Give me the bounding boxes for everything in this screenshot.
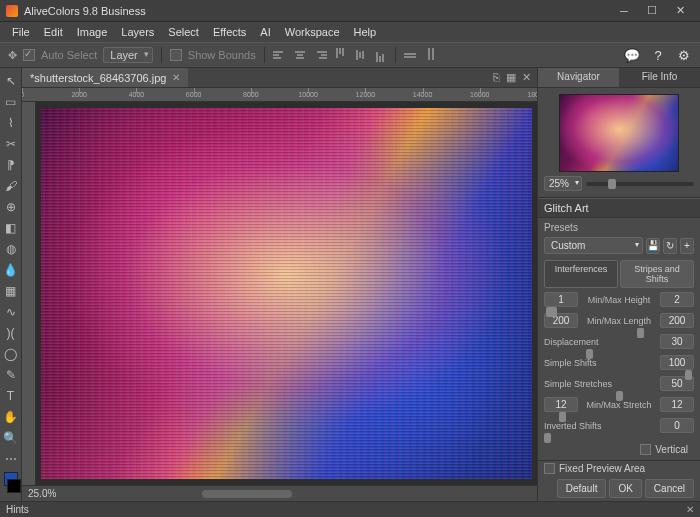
simple-shifts-field[interactable]: 100 (660, 355, 694, 370)
auto-select-checkbox[interactable] (23, 49, 35, 61)
window-title: AliveColors 9.8 Business (24, 5, 610, 17)
smudge-tool-icon[interactable]: ∿ (2, 303, 20, 321)
ok-button[interactable]: OK (609, 479, 641, 498)
minimize-button[interactable]: ─ (610, 1, 638, 21)
extra-tool-icon[interactable]: ⋯ (2, 450, 20, 468)
displacement-label: Displacement (544, 337, 656, 347)
tab-grid-icon[interactable]: ▦ (506, 71, 516, 84)
menu-edit[interactable]: Edit (38, 24, 69, 40)
simple-shifts-label: Simple Shifts (544, 358, 656, 368)
close-tab-icon[interactable]: ✕ (172, 72, 180, 83)
max-length-field[interactable]: 200 (660, 313, 694, 328)
distort-tool-icon[interactable]: )( (2, 324, 20, 342)
menu-workspace[interactable]: Workspace (279, 24, 346, 40)
maximize-button[interactable]: ☐ (638, 1, 666, 21)
lasso-tool-icon[interactable]: ⌇ (2, 114, 20, 132)
settings-gear-icon[interactable]: ⚙ (676, 47, 692, 63)
align-hcenter-icon[interactable] (293, 48, 307, 62)
blur-tool-icon[interactable]: 💧 (2, 261, 20, 279)
move-tool-icon[interactable]: ↖ (2, 72, 20, 90)
fixed-preview-checkbox[interactable] (544, 463, 555, 474)
horizontal-scrollbar[interactable] (202, 490, 292, 498)
titlebar: AliveColors 9.8 Business ─ ☐ ✕ (0, 0, 700, 22)
eyedropper-tool-icon[interactable]: ⁋ (2, 156, 20, 174)
parameters-panel: 1 Min/Max Height 2 200 Min/Max Length 20… (538, 292, 700, 460)
inverted-shifts-field[interactable]: 0 (660, 418, 694, 433)
vertical-checkbox[interactable] (640, 444, 651, 455)
navigator-thumbnail[interactable] (559, 94, 679, 172)
displacement-field[interactable]: 30 (660, 334, 694, 349)
tab-file-info[interactable]: File Info (619, 68, 700, 87)
fixed-preview-label: Fixed Preview Area (559, 463, 645, 474)
ruler-horizontal: 0200040006000800010000120001400016000180… (22, 88, 537, 102)
preset-reset-icon[interactable]: ↻ (663, 238, 677, 254)
cancel-button[interactable]: Cancel (645, 479, 694, 498)
default-button[interactable]: Default (557, 479, 607, 498)
document-tabs: *shutterstock_68463706.jpg ✕ ⎘ ▦ ✕ (22, 68, 537, 88)
zoom-tool-icon[interactable]: 🔍 (2, 429, 20, 447)
hand-tool-icon[interactable]: ✋ (2, 408, 20, 426)
min-stretch-field[interactable]: 12 (544, 397, 578, 412)
menubar: File Edit Image Layers Select Effects AI… (0, 22, 700, 42)
navigator-zoom-slider[interactable] (586, 182, 694, 186)
canvas[interactable] (36, 102, 537, 485)
app-logo-icon (6, 5, 18, 17)
show-bounds-checkbox[interactable] (170, 49, 182, 61)
tab-navigator[interactable]: Navigator (538, 68, 619, 87)
distribute-v-icon[interactable] (424, 48, 438, 62)
min-height-field[interactable]: 1 (544, 292, 578, 307)
navigator-panel: 25% (538, 88, 700, 198)
document-tab[interactable]: *shutterstock_68463706.jpg ✕ (22, 68, 188, 87)
menu-select[interactable]: Select (162, 24, 205, 40)
selection-tool-icon[interactable]: ▭ (2, 93, 20, 111)
move-tool-icon: ✥ (8, 49, 17, 62)
brush-tool-icon[interactable]: 🖌 (2, 177, 20, 195)
left-toolbar: ↖ ▭ ⌇ ✂ ⁋ 🖌 ⊕ ◧ ◍ 💧 ▦ ∿ )( ◯ ✎ T ✋ 🔍 ⋯ (0, 68, 22, 501)
gradient-tool-icon[interactable]: ▦ (2, 282, 20, 300)
help-icon[interactable]: ? (650, 47, 666, 63)
tab-copy-icon[interactable]: ⎘ (493, 71, 500, 84)
simple-stretches-label: Simple Stretches (544, 379, 656, 389)
zoom-readout[interactable]: 25.0% (28, 488, 56, 499)
clone-tool-icon[interactable]: ⊕ (2, 198, 20, 216)
menu-image[interactable]: Image (71, 24, 114, 40)
effect-title: Glitch Art (538, 198, 700, 218)
navigator-zoom-combo[interactable]: 25% (544, 176, 582, 191)
tool-options-bar: ✥ Auto Select Layer Show Bounds 💬 ? ⚙ (0, 42, 700, 68)
hints-close-icon[interactable]: ✕ (686, 504, 694, 515)
text-tool-icon[interactable]: T (2, 387, 20, 405)
menu-effects[interactable]: Effects (207, 24, 252, 40)
subtab-interferences[interactable]: Interferences (544, 260, 618, 288)
align-bottom-icon[interactable] (373, 48, 387, 62)
align-vcenter-icon[interactable] (353, 48, 367, 62)
menu-ai[interactable]: AI (254, 24, 276, 40)
menu-layers[interactable]: Layers (115, 24, 160, 40)
presets-label: Presets (544, 222, 694, 233)
pen-tool-icon[interactable]: ✎ (2, 366, 20, 384)
background-color-swatch[interactable] (7, 479, 21, 493)
minmax-stretch-label: Min/Max Stretch (582, 400, 656, 410)
distribute-h-icon[interactable] (404, 48, 418, 62)
align-left-icon[interactable] (273, 48, 287, 62)
align-top-icon[interactable] (333, 48, 347, 62)
right-panel: Navigator File Info 25% Glitch Art Prese… (537, 68, 700, 501)
menu-file[interactable]: File (6, 24, 36, 40)
align-right-icon[interactable] (313, 48, 327, 62)
preset-add-icon[interactable]: + (680, 238, 694, 254)
close-window-button[interactable]: ✕ (666, 1, 694, 21)
max-height-field[interactable]: 2 (660, 292, 694, 307)
presets-combo[interactable]: Custom (544, 237, 643, 254)
notifications-icon[interactable]: 💬 (624, 47, 640, 63)
menu-help[interactable]: Help (348, 24, 383, 40)
subtab-stripes-shifts[interactable]: Stripes and Shifts (620, 260, 694, 288)
fill-tool-icon[interactable]: ◍ (2, 240, 20, 258)
max-stretch-field[interactable]: 12 (660, 397, 694, 412)
layer-target-combo[interactable]: Layer (103, 47, 153, 63)
tab-close-all-icon[interactable]: ✕ (522, 71, 531, 84)
shape-tool-icon[interactable]: ◯ (2, 345, 20, 363)
preset-save-icon[interactable]: 💾 (646, 238, 660, 254)
ruler-vertical (22, 102, 36, 485)
minmax-height-label: Min/Max Height (582, 295, 656, 305)
eraser-tool-icon[interactable]: ◧ (2, 219, 20, 237)
crop-tool-icon[interactable]: ✂ (2, 135, 20, 153)
